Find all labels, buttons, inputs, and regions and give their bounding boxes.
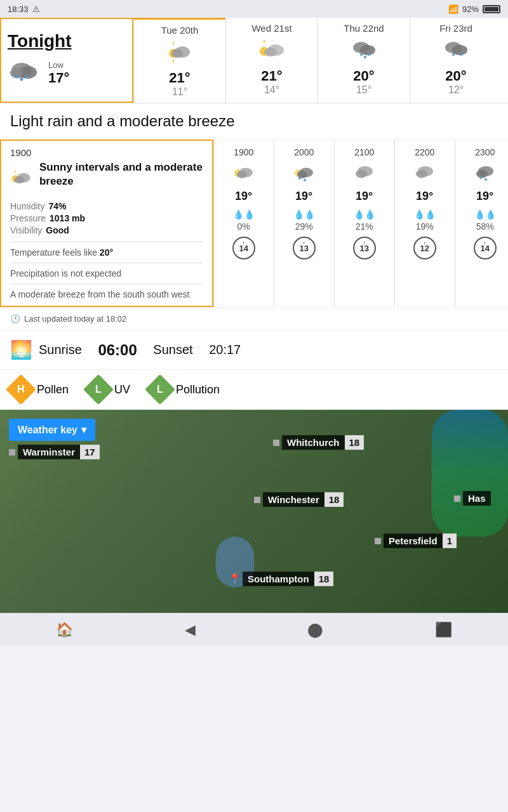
map-warminster[interactable]: Warminster 17 xyxy=(9,445,100,459)
svg-point-33 xyxy=(297,171,307,178)
status-bar: 18:33 ⚠ 📶 92% xyxy=(0,0,508,18)
map-dot-whitchurch xyxy=(273,440,279,446)
back-button[interactable]: ◀ xyxy=(172,618,208,642)
forecast-wed[interactable]: Wed 21st 21° 14° xyxy=(225,18,318,103)
recents-button[interactable]: ⬛ xyxy=(422,618,465,642)
bottom-nav: 🏠 ◀ ⬤ ⬛ xyxy=(0,613,508,646)
pollen-indicator: H Pollen xyxy=(10,379,69,400)
forecast-tue[interactable]: Tue 20th 21° 11° xyxy=(133,18,225,103)
map-has[interactable]: Has xyxy=(454,491,491,506)
sun-row: 🌅 Sunrise 06:00 Sunset 20:17 xyxy=(0,331,508,370)
feels-like-row: Temperature feels like 20° xyxy=(10,247,203,258)
summary-text: Light rain and a moderate breeze xyxy=(10,112,235,129)
pollution-label: Pollution xyxy=(176,383,220,396)
col-2000-wind: ↑ 13 xyxy=(293,237,316,259)
svg-point-34 xyxy=(298,177,301,180)
map-section[interactable]: Weather key ▾ Whitchurch 18 Warminster 1… xyxy=(0,410,508,613)
svg-point-5 xyxy=(25,75,29,78)
battery-percentage: 92% xyxy=(462,4,479,14)
forecast-wed-high: 21° xyxy=(261,68,282,84)
tonight-label: Tonight xyxy=(8,31,126,51)
hourly-condition-title: Sunny intervals and a moderate breeze xyxy=(39,160,203,188)
forecast-wed-date: Wed 21st xyxy=(251,23,291,34)
tonight-cell: Tonight Low 17° xyxy=(0,18,133,103)
pressure-value: 1013 mb xyxy=(50,213,85,223)
hourly-col-2100[interactable]: 2100 19° 💧💧 21% ↑ 13 xyxy=(334,140,394,307)
last-updated-row: 🕐 Last updated today at 18:02 xyxy=(0,308,508,331)
feels-like-label: Temperature feels like xyxy=(10,247,97,258)
hourly-col-2300[interactable]: 2300 19° 💧💧 58% ↑ 14 xyxy=(455,140,508,307)
forecast-thu-low: 15° xyxy=(356,84,371,96)
map-dot-warminster xyxy=(9,449,15,455)
svg-point-39 xyxy=(416,170,427,178)
whitchurch-temp: 18 xyxy=(345,435,364,450)
col-1900-icon xyxy=(233,162,255,186)
weather-key-button[interactable]: Weather key ▾ xyxy=(9,419,95,441)
svg-point-4 xyxy=(20,77,23,81)
hourly-stats: Humidity 74% Pressure 1013 mb Visibility… xyxy=(10,201,203,235)
svg-point-22 xyxy=(460,53,462,56)
col-2100-icon xyxy=(354,162,375,186)
last-updated-text: Last updated today at 18:02 xyxy=(24,314,126,324)
col-1900-wind: ↑ 14 xyxy=(232,237,255,259)
svg-point-16 xyxy=(360,45,375,55)
map-winchester[interactable]: Winchester 18 xyxy=(254,492,344,507)
hourly-col-1900[interactable]: 1900 19° 💧💧 0% ↑ 14 xyxy=(213,140,274,307)
svg-point-17 xyxy=(368,53,370,56)
col-2200-wind: ↑ 12 xyxy=(413,237,436,259)
forecast-fri-low: 12° xyxy=(448,84,464,96)
map-southampton[interactable]: 📍 Southampton 18 xyxy=(229,572,333,586)
pollen-diamond: H xyxy=(6,374,36,405)
map-whitchurch[interactable]: Whitchurch 18 xyxy=(273,435,364,450)
pollen-level: H xyxy=(17,384,25,395)
hourly-col-2200[interactable]: 2200 19° 💧💧 19% ↑ 12 xyxy=(394,140,455,307)
pollution-indicator: L Pollution xyxy=(149,379,220,400)
humidity-label: Humidity xyxy=(10,201,44,211)
battery-bar xyxy=(483,5,500,13)
sunrise-icon: 🌅 xyxy=(10,339,32,360)
home-button[interactable]: 🏠 xyxy=(43,618,86,642)
humidity-value: 74% xyxy=(48,201,66,211)
col-2300-icon xyxy=(474,162,496,186)
col-2100-precip-icon: 💧💧 xyxy=(354,209,375,219)
col-2300-wind: ↑ 14 xyxy=(474,237,497,259)
tonight-temp: 17° xyxy=(48,70,69,86)
col-2000-temp: 19° xyxy=(295,190,312,203)
visibility-label: Visibility xyxy=(10,225,42,235)
svg-point-30 xyxy=(237,171,247,178)
forecast-thu-icon xyxy=(350,37,378,65)
svg-point-27 xyxy=(15,176,25,183)
forecast-tue-low: 11° xyxy=(172,86,187,98)
visibility-value: Good xyxy=(46,225,69,235)
forecast-thu[interactable]: Thu 22nd 20° 15° xyxy=(318,18,410,103)
forecast-fri-date: Fri 23rd xyxy=(439,23,472,34)
svg-point-18 xyxy=(364,56,366,58)
warning-icon: ⚠ xyxy=(32,4,40,14)
wifi-icon: 📶 xyxy=(448,4,458,14)
tonight-summary: Low 17° xyxy=(8,56,126,90)
hourly-section: 1900 Sunny intervals and a moderate bree… xyxy=(0,140,508,308)
forecast-fri-high: 20° xyxy=(445,68,466,84)
forecast-thu-high: 20° xyxy=(353,68,374,84)
home-circle-button[interactable]: ⬤ xyxy=(295,618,336,642)
hourly-selected-time: 1900 xyxy=(10,147,203,158)
warminster-name: Warminster xyxy=(18,445,80,459)
forecast-wed-low: 14° xyxy=(264,84,279,96)
col-2100-wind: ↑ 13 xyxy=(353,237,376,259)
petersfield-name: Petersfield xyxy=(384,534,443,548)
hourly-col-2000[interactable]: 2000 19° 💧💧 29% ↑ 13 xyxy=(274,140,334,307)
forecast-tue-high: 21° xyxy=(169,70,190,86)
forecast-fri[interactable]: Fri 23rd 20° 12° xyxy=(410,18,502,103)
map-dot-has xyxy=(454,495,460,502)
forecast-wed-icon xyxy=(258,37,286,65)
time-display: 18:33 xyxy=(8,4,29,14)
svg-point-43 xyxy=(485,178,487,181)
map-petersfield[interactable]: Petersfield 1 xyxy=(375,534,457,548)
chevron-down-icon: ▾ xyxy=(81,424,86,436)
uv-diamond: L xyxy=(83,374,114,405)
col-2000-precip-icon: 💧💧 xyxy=(293,209,315,219)
header-row: Tonight Low 17° Tue 20th xyxy=(0,18,508,103)
uv-level: L xyxy=(95,384,102,395)
whitchurch-name: Whitchurch xyxy=(282,435,345,450)
col-2300-precip-icon: 💧💧 xyxy=(474,209,496,219)
